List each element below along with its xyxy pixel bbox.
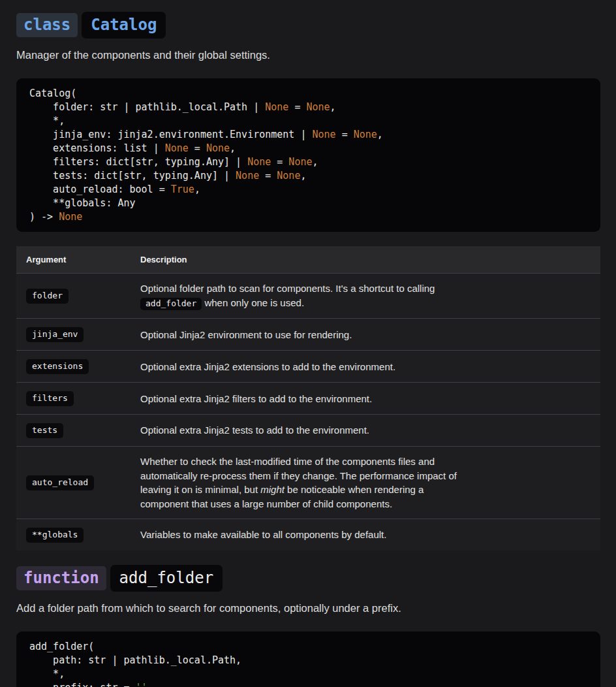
code-token-kw: None <box>312 129 335 140</box>
arguments-table-body: folderOptional folder path to scan for c… <box>16 274 600 551</box>
code-token: ) -> <box>29 211 59 223</box>
description-text: Variables to make available to all compo… <box>140 528 467 542</box>
code-line: ) -> None <box>29 210 587 224</box>
code-token-kw: None <box>247 156 271 168</box>
code-token: = <box>189 142 206 154</box>
code-token-str: '' <box>136 682 147 687</box>
description-segment: when only one is used. <box>202 297 304 308</box>
function-summary: Add a folder path from which to search f… <box>16 603 600 614</box>
argument-row: testsOptional extra Jinja2 tests to add … <box>16 415 600 447</box>
api-docs-page: class Catalog Manager of the components … <box>0 0 616 687</box>
argument-chip: tests <box>26 423 63 438</box>
argument-chip: auto_reload <box>26 475 94 490</box>
argument-cell: jinja_env <box>16 319 140 351</box>
code-line: Catalog( <box>29 87 587 101</box>
argument-row: filtersOptional extra Jinja2 filters to … <box>16 383 600 415</box>
description-text: Whether to check the last-modified time … <box>140 455 467 511</box>
class-signature-block: Catalog( folder: str | pathlib._local.Pa… <box>16 78 600 232</box>
code-token: , <box>300 170 306 182</box>
code-token-kw: None <box>165 142 189 154</box>
code-token: , <box>312 156 318 168</box>
code-token-kw: True <box>171 184 194 195</box>
code-token: , <box>377 129 383 140</box>
code-token: add_folder( <box>29 641 94 652</box>
description-text: Optional extra Jinja2 extensions to add … <box>140 360 467 374</box>
function-heading: function add_folder <box>16 565 600 592</box>
code-token: jinja_env: jinja2.environment.Environmen… <box>29 129 312 140</box>
code-token: filters: dict[str, typing.Any] | <box>29 156 247 168</box>
argument-chip: extensions <box>26 359 89 374</box>
description-cell: Optional extra Jinja2 filters to add to … <box>140 383 600 415</box>
code-line: path: str | pathlib._local.Path, <box>29 654 587 667</box>
function-name-badge: add_folder <box>110 565 223 592</box>
argument-cell: folder <box>16 274 140 319</box>
code-line: filters: dict[str, typing.Any] | None = … <box>29 155 587 169</box>
code-line: tests: dict[str, typing.Any] | None = No… <box>29 169 587 183</box>
description-segment: Variables to make available to all compo… <box>140 529 386 540</box>
code-line: add_folder( <box>29 640 587 654</box>
arguments-table: Argument Description folderOptional fold… <box>16 246 600 551</box>
code-token: , <box>330 101 336 113</box>
argument-cell: **globals <box>16 519 140 551</box>
code-line: folder: str | pathlib._local.Path | None… <box>29 101 587 114</box>
code-token: *, <box>29 115 65 127</box>
function-signature-block: add_folder( path: str | pathlib._local.P… <box>16 631 600 687</box>
description-cell: Optional Jinja2 environment to use for r… <box>140 319 600 351</box>
code-token: prefix: str = <box>29 682 136 687</box>
argument-row: auto_reloadWhether to check the last-mod… <box>16 447 600 519</box>
code-line: extensions: list | None = None, <box>29 142 587 155</box>
description-cell: Optional extra Jinja2 extensions to add … <box>140 351 600 383</box>
description-segment: Optional extra Jinja2 extensions to add … <box>140 361 395 372</box>
emphasized-text: might <box>260 484 285 495</box>
argument-row: folderOptional folder path to scan for c… <box>16 274 600 319</box>
argument-column-header: Argument <box>16 246 140 274</box>
class-section: class Catalog Manager of the components … <box>16 12 600 551</box>
code-token: auto_reload: bool = <box>29 184 171 195</box>
code-token-kw: None <box>354 129 377 140</box>
inline-code-chip: add_folder <box>140 298 202 311</box>
code-token: = <box>336 129 354 140</box>
code-token-kw: None <box>236 170 259 182</box>
code-token: = <box>271 156 288 168</box>
description-cell: Variables to make available to all compo… <box>140 519 600 551</box>
argument-cell: auto_reload <box>16 447 140 519</box>
code-token: folder: str | pathlib._local.Path | <box>29 101 265 113</box>
class-summary: Manager of the components and their glob… <box>16 50 600 61</box>
argument-cell: extensions <box>16 351 140 383</box>
description-text: Optional folder path to scan for compone… <box>140 281 467 310</box>
argument-cell: tests <box>16 415 140 447</box>
argument-chip: filters <box>26 391 74 406</box>
code-token: , <box>230 142 236 154</box>
code-token: , <box>194 184 200 195</box>
code-token: tests: dict[str, typing.Any] | <box>29 170 236 182</box>
code-token-kw: None <box>277 170 300 182</box>
argument-row: extensionsOptional extra Jinja2 extensio… <box>16 351 600 383</box>
code-token-kw: None <box>59 211 82 223</box>
argument-chip: folder <box>26 289 69 304</box>
code-line: **globals: Any <box>29 197 587 210</box>
code-token: Catalog( <box>29 88 76 99</box>
class-heading: class Catalog <box>16 12 600 39</box>
argument-row: jinja_envOptional Jinja2 environment to … <box>16 319 600 351</box>
code-token: extensions: list | <box>29 142 165 154</box>
code-token-kw: None <box>206 142 230 154</box>
description-segment: Optional folder path to scan for compone… <box>140 283 435 294</box>
code-token: *, <box>29 668 65 680</box>
argument-chip: jinja_env <box>26 327 84 342</box>
argument-chip: **globals <box>26 528 84 543</box>
description-column-header: Description <box>140 246 600 274</box>
description-segment: Optional extra Jinja2 filters to add to … <box>140 393 372 404</box>
code-token-kw: None <box>306 101 330 113</box>
code-token: = <box>259 170 277 182</box>
code-token: **globals: Any <box>29 197 136 209</box>
code-token-kw: None <box>288 156 312 168</box>
argument-cell: filters <box>16 383 140 415</box>
code-line: *, <box>29 114 587 128</box>
code-token: , <box>147 682 153 687</box>
description-text: Optional extra Jinja2 tests to add to th… <box>140 423 467 438</box>
class-kind-badge: class <box>16 13 78 37</box>
function-kind-badge: function <box>16 566 106 590</box>
description-segment: Optional extra Jinja2 tests to add to th… <box>140 424 369 436</box>
description-cell: Optional folder path to scan for compone… <box>140 274 600 319</box>
code-line: jinja_env: jinja2.environment.Environmen… <box>29 128 587 142</box>
